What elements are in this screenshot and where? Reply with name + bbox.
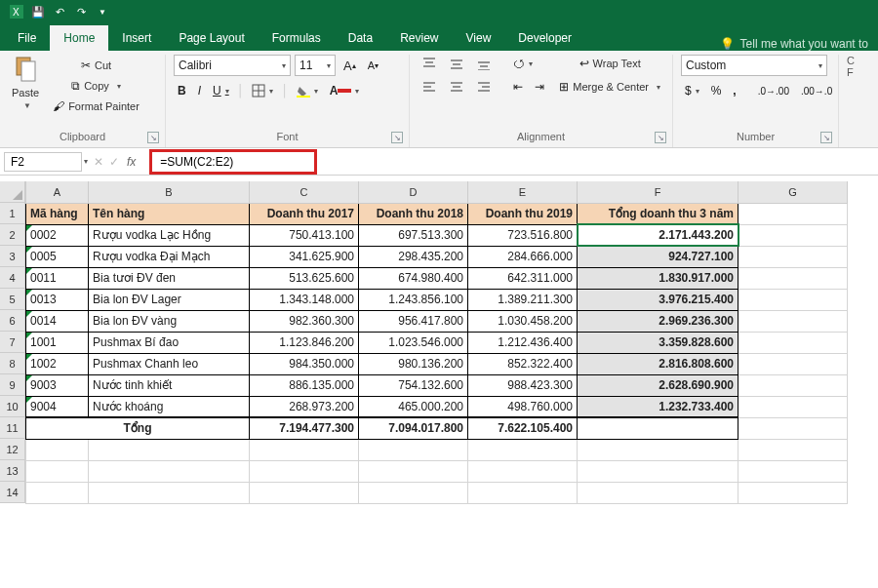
cell-c8[interactable]: 984.350.000 xyxy=(250,353,359,374)
cell-e11[interactable]: 7.622.105.400 xyxy=(468,417,578,439)
tab-view[interactable]: View xyxy=(453,25,505,51)
cell-g6[interactable] xyxy=(738,310,848,332)
cell-a14[interactable] xyxy=(26,482,89,503)
align-top-button[interactable] xyxy=(418,55,441,72)
cell-e3[interactable]: 284.666.000 xyxy=(468,246,578,267)
orientation-button[interactable]: ⭯▾ xyxy=(509,55,537,72)
cell-c11[interactable]: 7.194.477.300 xyxy=(250,417,359,439)
cell-e5[interactable]: 1.389.211.300 xyxy=(468,289,578,310)
cell-a9[interactable]: 9003 xyxy=(26,374,89,396)
align-middle-button[interactable] xyxy=(445,55,468,72)
col-header-b[interactable]: B xyxy=(89,181,250,203)
wrap-text-button[interactable]: ↩ Wrap Text xyxy=(555,55,664,72)
cell-b14[interactable] xyxy=(89,482,250,503)
cell-f4[interactable]: 1.830.917.000 xyxy=(578,267,738,289)
dialog-launcher-icon[interactable]: ↘ xyxy=(655,132,666,143)
align-center-button[interactable] xyxy=(445,78,468,96)
cell-g10[interactable] xyxy=(738,396,848,417)
cell-a2[interactable]: 0002 xyxy=(26,224,89,246)
col-header-a[interactable]: A xyxy=(26,181,89,203)
tab-data[interactable]: Data xyxy=(335,25,386,51)
cell-c10[interactable]: 268.973.200 xyxy=(250,396,359,417)
underline-button[interactable]: U▾ xyxy=(209,82,233,99)
tab-file[interactable]: File xyxy=(4,25,50,51)
cell-g13[interactable] xyxy=(738,460,848,482)
italic-button[interactable]: I xyxy=(194,82,205,99)
cell-g14[interactable] xyxy=(738,482,848,503)
cell-g5[interactable] xyxy=(738,289,848,310)
cell-e14[interactable] xyxy=(468,482,578,503)
cell-f13[interactable] xyxy=(578,460,738,482)
increase-indent-button[interactable]: ⇥ xyxy=(531,78,548,96)
cell-g3[interactable] xyxy=(738,246,848,267)
cell-e6[interactable]: 1.030.458.200 xyxy=(468,310,578,332)
font-size-select[interactable]: 11▾ xyxy=(295,55,336,76)
save-icon[interactable]: 💾 xyxy=(31,5,45,19)
cell-a13[interactable] xyxy=(26,460,89,482)
tab-review[interactable]: Review xyxy=(386,25,452,51)
cell-d13[interactable] xyxy=(359,460,468,482)
row-header-10[interactable]: 10 xyxy=(0,396,25,417)
row-header-7[interactable]: 7 xyxy=(0,332,25,353)
redo-icon[interactable]: ↷ xyxy=(74,5,88,19)
cell-f10[interactable]: 1.232.733.400 xyxy=(578,396,738,417)
cell-b9[interactable]: Nước tinh khiết xyxy=(89,374,250,396)
col-header-g[interactable]: G xyxy=(738,181,848,203)
align-left-button[interactable] xyxy=(418,78,441,96)
cell-d6[interactable]: 956.417.800 xyxy=(359,310,468,332)
row-header-12[interactable]: 12 xyxy=(0,439,25,460)
dialog-launcher-icon[interactable]: ↘ xyxy=(391,132,403,143)
cell-c13[interactable] xyxy=(250,460,359,482)
tab-developer[interactable]: Developer xyxy=(504,25,585,51)
qat-dropdown-icon[interactable]: ▼ xyxy=(96,5,109,19)
paste-button[interactable]: Paste ▼ xyxy=(8,55,43,112)
shrink-font-button[interactable]: A▾ xyxy=(364,58,382,73)
col-header-c[interactable]: C xyxy=(250,181,359,203)
cell-g4[interactable] xyxy=(738,267,848,289)
cell-e13[interactable] xyxy=(468,460,578,482)
cell-d7[interactable]: 1.023.546.000 xyxy=(359,332,468,353)
cell-d11[interactable]: 7.094.017.800 xyxy=(359,417,468,439)
cell-e1[interactable]: Doanh thu 2019 xyxy=(468,203,578,224)
cell-f1[interactable]: Tổng doanh thu 3 năm xyxy=(578,203,738,224)
cell-b7[interactable]: Pushmax Bí đao xyxy=(89,332,250,353)
row-header-11[interactable]: 11 xyxy=(0,417,25,439)
cell-a10[interactable]: 9004 xyxy=(26,396,89,417)
worksheet-grid[interactable]: 1234567891011121314 ABCDEFG Mã hàngTên h… xyxy=(0,181,878,504)
cell-f3[interactable]: 924.727.100 xyxy=(578,246,738,267)
cell-b8[interactable]: Pushmax Chanh leo xyxy=(89,353,250,374)
cell-b13[interactable] xyxy=(89,460,250,482)
cell-c3[interactable]: 341.625.900 xyxy=(250,246,359,267)
font-name-select[interactable]: Calibri▾ xyxy=(174,55,291,76)
cell-e9[interactable]: 988.423.300 xyxy=(468,374,578,396)
cell-d10[interactable]: 465.000.200 xyxy=(359,396,468,417)
cell-f11[interactable] xyxy=(578,417,738,439)
cell-f9[interactable]: 2.628.690.900 xyxy=(578,374,738,396)
cell-a12[interactable] xyxy=(26,439,89,460)
cell-e8[interactable]: 852.322.400 xyxy=(468,353,578,374)
cell-d2[interactable]: 697.513.300 xyxy=(359,224,468,246)
cell-g7[interactable] xyxy=(738,332,848,353)
cell-c9[interactable]: 886.135.000 xyxy=(250,374,359,396)
row-header-9[interactable]: 9 xyxy=(0,374,25,396)
cell-d12[interactable] xyxy=(359,439,468,460)
comma-format-button[interactable]: , xyxy=(729,82,739,99)
bold-button[interactable]: B xyxy=(174,82,190,99)
cell-d9[interactable]: 754.132.600 xyxy=(359,374,468,396)
cell-b6[interactable]: Bia lon ĐV vàng xyxy=(89,310,250,332)
cell-f2[interactable]: 2.171.443.200 xyxy=(578,224,738,246)
cell-c2[interactable]: 750.413.100 xyxy=(250,224,359,246)
select-all-corner[interactable] xyxy=(0,181,25,203)
cell-f5[interactable]: 3.976.215.400 xyxy=(578,289,738,310)
row-header-6[interactable]: 6 xyxy=(0,310,25,332)
cell-a1[interactable]: Mã hàng xyxy=(26,203,89,224)
col-header-f[interactable]: F xyxy=(578,181,738,203)
row-header-13[interactable]: 13 xyxy=(0,460,25,482)
cell-d4[interactable]: 674.980.400 xyxy=(359,267,468,289)
cancel-formula-icon[interactable]: ✕ xyxy=(94,155,103,169)
cell-a7[interactable]: 1001 xyxy=(26,332,89,353)
font-color-button[interactable]: A▾ xyxy=(326,82,364,99)
cell-b4[interactable]: Bia tươi ĐV đen xyxy=(89,267,250,289)
row-header-4[interactable]: 4 xyxy=(0,267,25,289)
cell-d1[interactable]: Doanh thu 2018 xyxy=(359,203,468,224)
